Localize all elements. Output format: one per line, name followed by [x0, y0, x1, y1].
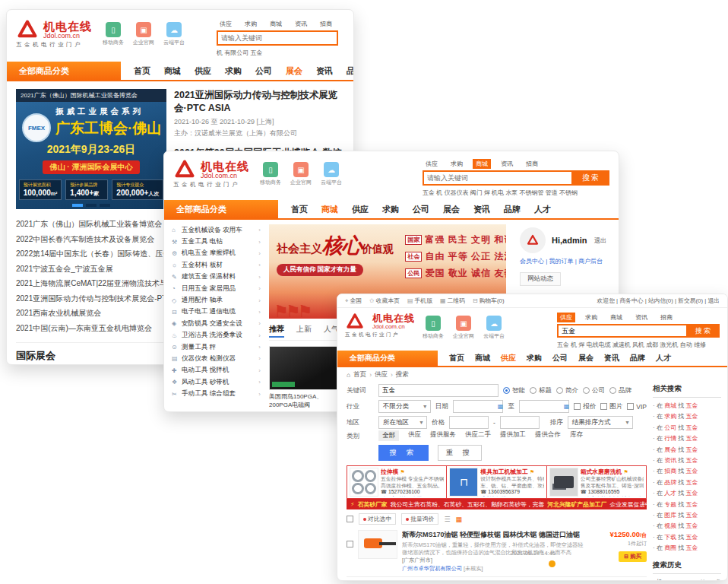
match-option[interactable]: 智能 — [503, 386, 525, 395]
category-item[interactable]: ⚒ 五金工具 电钻 › — [172, 236, 263, 247]
type-cooperation[interactable]: 提供合作 — [535, 430, 561, 441]
search-tab-invest[interactable]: 招商 — [523, 159, 541, 169]
filter-search-button[interactable]: 搜 索 — [378, 445, 429, 461]
date-to-input[interactable] — [519, 400, 569, 413]
related-search-item[interactable]: · 在 公司 找 五金 — [653, 423, 721, 433]
nav-home[interactable]: 首页 — [127, 65, 157, 77]
breadcrumb-home[interactable]: 首页 — [353, 370, 366, 379]
type-stock[interactable]: 库存 — [570, 430, 583, 441]
calendar-icon[interactable]: ▦ — [564, 403, 570, 410]
mobile-version-link[interactable]: ▤手机版 — [407, 297, 432, 305]
search-tab-supply[interactable]: 供应 — [557, 313, 575, 322]
search-tab-supply[interactable]: 供应 — [217, 19, 235, 29]
nav-brand[interactable]: 品牌 — [497, 204, 527, 215]
site-activity-tab[interactable]: 网站动态 — [520, 272, 561, 286]
nav-supply[interactable]: 供应 — [188, 65, 218, 77]
category-item[interactable]: ◇ 通用配件 轴承 › — [172, 294, 263, 306]
related-search-item[interactable]: · 在 求购 找 五金 — [653, 411, 721, 422]
bookmark-link[interactable]: ✩收藏本页 — [369, 297, 400, 305]
related-search-item[interactable]: · 在 图库 找 五金 — [653, 510, 721, 521]
grid-view-icon[interactable]: ▦ — [455, 516, 462, 523]
match-option[interactable]: 简介 — [556, 386, 578, 395]
enterprise-site-shortcut[interactable]: ▣企业官网 — [290, 162, 312, 186]
region-switch[interactable]: ⌖全国 — [345, 297, 362, 305]
nav-expo[interactable]: 展会 — [436, 204, 467, 215]
category-item[interactable]: ✚ 电动工具 搅拌机 › — [172, 365, 263, 376]
contact-icon[interactable] — [549, 560, 555, 567]
hot-keywords[interactable]: 五金 机 仪器仪表 阀门 焊 机电 水泵 不锈钢管 管道 不锈钢 — [423, 189, 609, 197]
sort-select[interactable]: 结果排序方式▼ — [568, 416, 633, 429]
nav-expo[interactable]: 展会 — [279, 65, 309, 77]
qrcode-link[interactable]: ▦二维码 — [440, 297, 465, 305]
search-button[interactable]: 搜索 — [573, 170, 609, 186]
enterprise-site-shortcut[interactable]: ▣企业官网 — [453, 316, 474, 340]
buy-button[interactable]: ⊟购买 — [619, 551, 647, 562]
carousel-dots[interactable] — [16, 204, 166, 207]
tab-recommend[interactable]: 推荐 — [269, 324, 284, 338]
category-item[interactable]: ⚙ 机电五金 摩擦焊机 › — [172, 248, 263, 259]
type-supply[interactable]: 供应 — [408, 430, 421, 441]
breadcrumb-supply[interactable]: 供应 — [375, 370, 388, 379]
related-search-item[interactable]: · 在 下载 找 五金 — [653, 532, 721, 543]
cloud-platform-shortcut[interactable]: ☁云端平台 — [321, 162, 342, 186]
enterprise-site-shortcut[interactable]: ▣企业官网 — [133, 22, 154, 46]
expo-list-item[interactable]: 2021亚洲国际动力传动与控制技术展览会-PTC ASIA — [16, 291, 166, 306]
match-option[interactable]: 品牌 — [609, 386, 631, 395]
ticker-link[interactable]: 河北兴隆矿产品加工厂 — [547, 500, 606, 509]
expo-list-item[interactable]: 2021西南农业机械展览会 — [16, 306, 166, 321]
nav-news[interactable]: 资讯 — [309, 65, 340, 77]
account-links[interactable]: 欢迎您 | 商务中心 | 站内信(0) | 新交易(0) | 退出 — [597, 297, 720, 305]
search-input[interactable] — [217, 30, 338, 46]
search-input[interactable] — [557, 324, 688, 338]
list-view-icon[interactable]: ☰ — [444, 516, 450, 523]
nav-talent[interactable]: 人才 — [527, 204, 558, 215]
ad-item[interactable]: 拉伸模 ⚑ 五金拉伸模 专业生产不锈钢 高强度拉伸模、五金制品。 ☎ 15270… — [347, 466, 447, 498]
related-search-item[interactable]: · 在 展会 找 五金 — [653, 445, 721, 455]
cloud-platform-shortcut[interactable]: ☁云端平台 — [163, 22, 185, 46]
nav-mall[interactable]: 商城 — [470, 353, 495, 363]
price-max-input[interactable] — [500, 416, 540, 429]
nav-home[interactable]: 首页 — [444, 353, 470, 363]
tab-new[interactable]: 上新 — [296, 324, 312, 338]
ad-company-link[interactable]: 瑞昌市科达五金模具厂 — [381, 496, 444, 497]
flag-option[interactable]: 报价 — [574, 402, 596, 411]
category-item[interactable]: ✂ 手动工具 综合组套 › — [172, 388, 263, 399]
expo-list-item[interactable]: 2022第14届中国东北（长春）国际铸造、压铸工业展览会 — [16, 246, 166, 262]
search-tab-news[interactable]: 资讯 — [498, 159, 516, 169]
cloud-platform-shortcut[interactable]: ☁云端平台 — [483, 316, 505, 340]
related-search-item[interactable]: · 在 资讯 找 五金 — [653, 455, 721, 466]
related-search-item[interactable]: · 在 招商 找 五金 — [653, 466, 721, 477]
product-image[interactable] — [358, 530, 397, 559]
nav-company[interactable]: 公司 — [248, 65, 279, 77]
all-categories-button[interactable]: 全部商品分类 — [7, 62, 121, 80]
ad-company-link[interactable]: 成利车辆模具 — [480, 496, 543, 497]
nav-news[interactable]: 资讯 — [467, 204, 497, 215]
ad-company-link[interactable]: 四会市金兰矿山机械有限公司 — [581, 496, 644, 497]
category-item[interactable]: ⌂ 五金机械设备 农用车 › — [172, 224, 263, 236]
mobile-commerce-shortcut[interactable]: ▯移动商务 — [423, 316, 444, 340]
flag-option[interactable]: 图片 — [600, 402, 622, 411]
ad-item[interactable]: ⊓ 模具加工机械加工 ⚑ 设计制作模具工装夹具、特殊零件等 车、铣、钻、平磨曲磨… — [447, 466, 546, 498]
hot-keywords[interactable]: 五金 机 焊 电线电缆 减速机 风机 成都 激光机 自动 维修 — [557, 341, 720, 349]
flag-option[interactable]: VIP — [627, 403, 647, 411]
category-item[interactable]: ❖ 风动工具 砂带机 › — [172, 376, 263, 388]
keyword-input[interactable] — [378, 384, 499, 397]
type-all[interactable]: 全部 — [378, 430, 399, 441]
brand-logo[interactable]: 机电在线Jdol.com.cn 五金机电行业门户 — [173, 159, 249, 189]
related-search-item[interactable]: · 在 商城 找 五金 — [653, 401, 721, 411]
brand-logo[interactable]: 机电在线Jdol.com.cn 五金机电行业门户 — [16, 19, 92, 49]
category-item[interactable]: ⊟ 电子电工 通信电缆 › — [172, 306, 263, 318]
filter-reset-button[interactable]: 重 搜 — [438, 445, 482, 461]
search-button[interactable]: 搜索 — [688, 324, 720, 338]
search-tab-supply[interactable]: 供应 — [423, 159, 441, 169]
industry-select[interactable]: 不限分类▼ — [378, 400, 431, 413]
select-all-checkbox[interactable] — [347, 516, 353, 522]
related-search-item[interactable]: · 在 视频 找 五金 — [653, 521, 721, 532]
user-links[interactable]: 会员中心 | 我的订单 | 商户后台 — [520, 257, 606, 265]
nav-expo[interactable]: 展会 — [573, 353, 599, 363]
category-item[interactable]: ▤ 仪器仪表 检测仪器 › — [172, 353, 263, 364]
search-tab-news[interactable]: 资讯 — [632, 313, 650, 322]
nav-news[interactable]: 资讯 — [599, 353, 625, 363]
ad-ticker[interactable]: ⚡ 石英砂厂家 我公司主营石英粉、石英砂、五彩石、鹅卵石英砂等，完善 河北兴隆矿… — [347, 499, 647, 509]
related-search-item[interactable]: · 在 行情 找 五金 — [653, 433, 721, 444]
